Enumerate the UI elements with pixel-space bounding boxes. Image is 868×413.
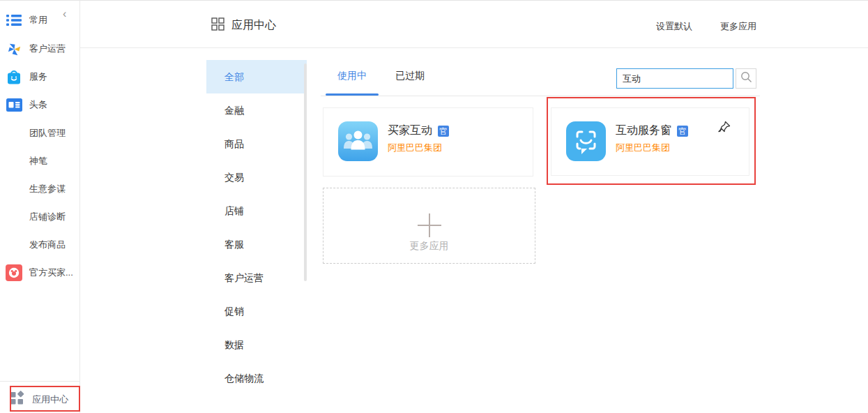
page-title-text: 应用中心 xyxy=(231,18,276,33)
sidebar-item-label: 团队管理 xyxy=(29,127,66,140)
left-sidebar: ‹ 常用 xyxy=(0,1,80,413)
sidebar-item-changyong[interactable]: 常用 xyxy=(0,11,80,29)
search-button[interactable] xyxy=(736,68,756,89)
sidebar-item-dianpuzhenduan[interactable]: 店铺诊断 xyxy=(0,208,80,226)
page-title: 应用中心 xyxy=(211,17,276,33)
category-item-data[interactable]: 数据 xyxy=(206,328,307,361)
pin-icon[interactable] xyxy=(716,120,731,138)
plus-icon xyxy=(418,213,441,237)
app-title-text: 买家互动 xyxy=(388,123,432,138)
interactive-service-window-app-icon xyxy=(566,121,606,161)
search-input[interactable] xyxy=(616,68,733,89)
sidebar-item-label: 发布商品 xyxy=(29,239,66,251)
app-grid-icon xyxy=(10,391,24,408)
sidebar-divider xyxy=(0,381,80,382)
app-card-hudongfuwuchuang[interactable]: 互动服务窗 官 阿里巴巴集团 xyxy=(551,107,749,176)
more-apps-card[interactable]: 更多应用 xyxy=(323,188,535,264)
pinwheel-icon xyxy=(6,40,22,57)
page-header: 应用中心 设置默认 更多应用 xyxy=(80,1,868,48)
more-apps-label: 更多应用 xyxy=(323,240,535,253)
sidebar-item-guanfangmaijia[interactable]: 官方买家... xyxy=(0,264,80,282)
app-vendor-link[interactable]: 阿里巴巴集团 xyxy=(616,142,670,154)
sidebar-item-shenbi[interactable]: 神笔 xyxy=(0,152,80,170)
mascot-icon xyxy=(6,264,22,281)
sidebar-item-fuwu[interactable]: 服务 xyxy=(0,68,80,86)
category-item-all[interactable]: 全部 xyxy=(206,60,307,93)
header-actions: 设置默认 更多应用 xyxy=(656,20,756,33)
category-item-promotion[interactable]: 促销 xyxy=(206,294,307,328)
sidebar-item-kehuyunying[interactable]: 客户运营 xyxy=(0,40,80,58)
app-card-maijiahudong[interactable]: 买家互动 官 阿里巴巴集团 xyxy=(323,107,533,177)
sidebar-item-label: 头条 xyxy=(29,98,47,111)
category-item-trade[interactable]: 交易 xyxy=(206,160,307,194)
sidebar-item-label: 神笔 xyxy=(29,155,47,167)
sidebar-item-label: 应用中心 xyxy=(32,393,68,406)
category-list: 全部 金融 商品 交易 店铺 客服 客户运营 促销 数据 仓储物流 xyxy=(206,60,307,395)
newspaper-icon xyxy=(6,96,22,113)
category-item-customer-ops[interactable]: 客户运营 xyxy=(206,261,307,294)
sidebar-item-label: 生意参谋 xyxy=(29,183,66,195)
sidebar-item-label: 常用 xyxy=(29,14,47,27)
app-title: 互动服务窗 官 xyxy=(616,123,688,138)
official-badge: 官 xyxy=(677,126,688,137)
category-item-goods[interactable]: 商品 xyxy=(206,127,307,160)
category-scrollbar[interactable] xyxy=(304,63,307,281)
shopping-bag-icon xyxy=(6,68,22,85)
buyer-interaction-app-icon xyxy=(338,121,378,161)
official-badge: 官 xyxy=(438,126,449,137)
category-item-service[interactable]: 客服 xyxy=(206,227,307,261)
sidebar-item-shengyicanmou[interactable]: 生意参谋 xyxy=(0,180,80,198)
app-vendor-link[interactable]: 阿里巴巴集团 xyxy=(388,142,442,154)
app-title: 买家互动 官 xyxy=(388,123,449,138)
category-item-shop[interactable]: 店铺 xyxy=(206,194,307,227)
app-center-window: ‹ 常用 xyxy=(0,0,868,413)
sidebar-item-toutiao[interactable]: 头条 xyxy=(0,96,80,114)
category-item-logistics[interactable]: 仓储物流 xyxy=(206,361,307,395)
category-item-finance[interactable]: 金融 xyxy=(206,93,307,127)
set-default-button[interactable]: 设置默认 xyxy=(656,20,692,33)
sidebar-item-app-center[interactable]: 应用中心 xyxy=(0,390,80,408)
sidebar-item-fabushangpin[interactable]: 发布商品 xyxy=(0,236,80,254)
search-icon xyxy=(740,71,752,86)
sidebar-item-label: 官方买家... xyxy=(29,266,73,279)
sidebar-item-label: 店铺诊断 xyxy=(29,211,66,223)
list-icon xyxy=(6,12,22,29)
tab-expired[interactable]: 已过期 xyxy=(389,60,431,96)
sidebar-item-label: 客户运营 xyxy=(29,43,66,55)
app-title-text: 互动服务窗 xyxy=(616,123,671,138)
sidebar-item-label: 服务 xyxy=(29,70,47,83)
more-apps-button[interactable]: 更多应用 xyxy=(720,20,756,33)
grid-outline-icon xyxy=(211,17,224,33)
tab-in-use[interactable]: 使用中 xyxy=(326,60,379,96)
sidebar-item-tuandui[interactable]: 团队管理 xyxy=(0,124,80,142)
search-area xyxy=(616,68,756,89)
